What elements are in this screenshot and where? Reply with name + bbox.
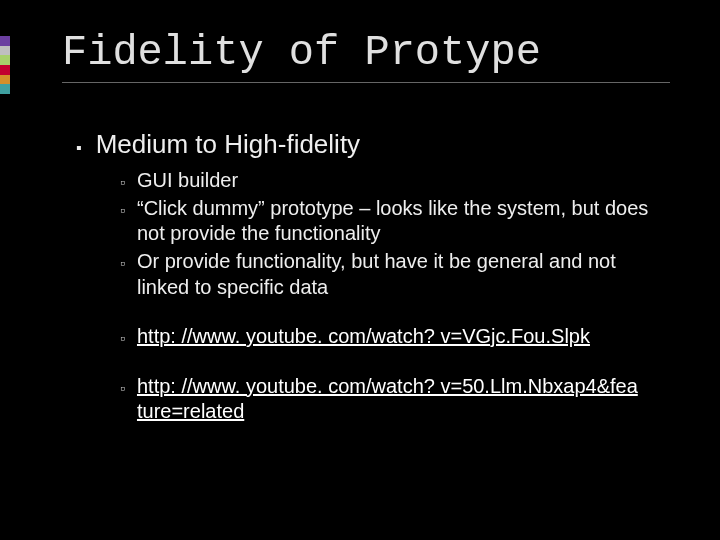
content-block: ▪ Medium to High-fidelity ▫ GUI builder …	[50, 129, 670, 425]
title-block: Fidelity of Protype	[50, 30, 670, 83]
bullet-icon: ▫	[120, 380, 125, 398]
bullet-icon: ▫	[120, 330, 125, 348]
list-item: ▫ http: //www. youtube. com/watch? v=50.…	[120, 374, 670, 425]
bullet-icon: ▪	[76, 139, 82, 157]
slide-title: Fidelity of Protype	[62, 30, 670, 76]
item-text: Or provide functionality, but have it be…	[137, 249, 670, 300]
bullet-icon: ▫	[120, 202, 125, 220]
list-item: ▪ Medium to High-fidelity	[76, 129, 670, 160]
accent-stripe	[0, 36, 10, 94]
title-rule	[62, 82, 670, 83]
bullet-icon: ▫	[120, 174, 125, 192]
item-text: “Click dummy” prototype – looks like the…	[137, 196, 670, 247]
link-text[interactable]: http: //www. youtube. com/watch? v=50.Ll…	[137, 374, 670, 425]
sublist: ▫ GUI builder ▫ “Click dummy” prototype …	[76, 168, 670, 425]
list-item: ▫ Or provide functionality, but have it …	[120, 249, 670, 300]
bullet-icon: ▫	[120, 255, 125, 273]
list-item: ▫ http: //www. youtube. com/watch? v=VGj…	[120, 324, 670, 350]
list-item: ▫ “Click dummy” prototype – looks like t…	[120, 196, 670, 247]
link-text[interactable]: http: //www. youtube. com/watch? v=VGjc.…	[137, 324, 590, 350]
slide: Fidelity of Protype ▪ Medium to High-fid…	[0, 0, 720, 540]
heading-text: Medium to High-fidelity	[96, 129, 360, 160]
list-item: ▫ GUI builder	[120, 168, 670, 194]
item-text: GUI builder	[137, 168, 238, 194]
